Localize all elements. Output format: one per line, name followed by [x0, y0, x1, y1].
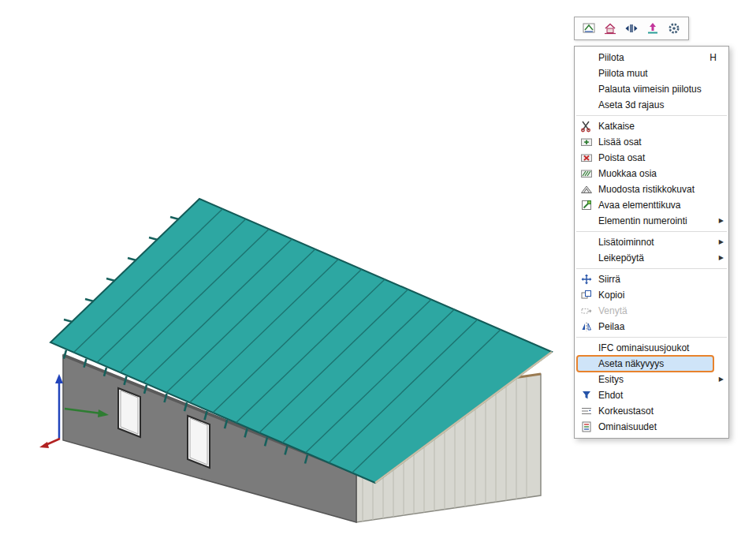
menu-item-label: Peilaa	[598, 321, 624, 332]
shortcut-key: H	[709, 50, 717, 65]
menu-item-label: IFC ominaisuusjoukot	[598, 342, 689, 353]
menu-separator	[576, 337, 727, 338]
menu-item-venyta[interactable]: Venytä	[575, 303, 728, 319]
submenu-arrow-icon	[719, 372, 724, 387]
menu-item-piilota[interactable]: Piilota H	[575, 50, 728, 65]
menu-item-aseta-nakyvyys[interactable]: Aseta näkyvyys	[575, 356, 728, 372]
context-toolbar	[574, 17, 689, 40]
window-2[interactable]	[188, 416, 210, 468]
context-menu: Piilota H Piilota muut Palauta viimeisin…	[574, 46, 729, 439]
remove-parts-icon	[580, 151, 593, 164]
menu-item-piilota-muut[interactable]: Piilota muut	[575, 65, 728, 81]
submenu-arrow-icon	[719, 234, 724, 250]
menu-item-label: Aseta näkyvyys	[598, 358, 664, 369]
properties-icon	[580, 421, 593, 433]
menu-item-label: Leikepöytä	[598, 252, 644, 264]
menu-item-label: Ehdot	[598, 390, 623, 401]
menu-item-korkeustasot[interactable]: Korkeustasot	[575, 403, 728, 419]
menu-item-label: Korkeustasot	[598, 406, 654, 417]
menu-item-siirra[interactable]: Siirrä	[575, 271, 728, 287]
menu-item-elementin-numerointi[interactable]: Elementin numerointi	[575, 213, 728, 229]
menu-item-muokkaa-osia[interactable]: Muokkaa osia	[575, 166, 728, 181]
menu-item-katkaise[interactable]: Katkaise	[575, 118, 728, 134]
truss-icon	[580, 183, 593, 196]
lift-icon	[646, 21, 660, 36]
submenu-arrow-icon	[719, 213, 724, 229]
add-parts-icon	[580, 136, 593, 148]
drawing-icon	[582, 21, 596, 36]
menu-item-label: Siirrä	[598, 274, 620, 285]
menu-item-kopioi[interactable]: Kopioi	[575, 287, 728, 303]
copy-icon	[580, 289, 593, 301]
fit-view-icon	[624, 21, 639, 36]
window-1[interactable]	[118, 388, 140, 437]
menu-separator	[576, 115, 727, 116]
stretch-icon	[580, 305, 593, 317]
menu-item-avaa-elementtikuva[interactable]: Avaa elementtikuva	[575, 197, 728, 213]
cut-icon	[580, 120, 593, 133]
gear-icon	[667, 21, 681, 36]
menu-item-aseta-3d-rajaus[interactable]: Aseta 3d rajaus	[575, 97, 728, 113]
menu-item-esitys[interactable]: Esitys	[575, 372, 728, 387]
menu-item-label: Aseta 3d rajaus	[598, 99, 664, 110]
menu-separator	[576, 268, 727, 269]
menu-item-palauta-viimeisin-piilotus[interactable]: Palauta viimeisin piilotus	[575, 81, 728, 97]
menu-separator	[576, 231, 727, 232]
menu-item-label: Palauta viimeisin piilotus	[598, 84, 702, 95]
menu-item-muodosta-ristikkokuvat[interactable]: Muodosta ristikkokuvat	[575, 181, 728, 197]
move-icon	[580, 273, 593, 286]
menu-item-poista-osat[interactable]: Poista osat	[575, 150, 728, 166]
levels-icon	[580, 405, 593, 417]
menu-item-label: Lisätoiminnot	[598, 237, 654, 248]
menu-item-ominaisuudet[interactable]: Ominaisuudet	[575, 419, 728, 435]
submenu-arrow-icon	[719, 250, 724, 266]
menu-item-label: Piilota	[598, 52, 624, 63]
mirror-icon	[580, 320, 593, 333]
open-drawing-icon	[580, 199, 593, 211]
menu-item-label: Poista osat	[598, 152, 645, 163]
menu-item-label: Piilota muut	[598, 68, 648, 79]
menu-item-lisaa-osat[interactable]: Lisää osat	[575, 134, 728, 150]
menu-item-label: Lisää osat	[598, 136, 642, 148]
menu-item-peilaa[interactable]: Peilaa	[575, 319, 728, 335]
menu-item-label: Katkaise	[598, 121, 635, 132]
fit-view-button[interactable]	[622, 19, 641, 38]
menu-item-label: Avaa elementtikuva	[598, 200, 681, 211]
conditions-icon	[580, 389, 593, 402]
modify-parts-icon	[580, 167, 593, 180]
menu-item-ifc-ominaisuusjoukot[interactable]: IFC ominaisuusjoukot	[575, 340, 728, 356]
lift-button[interactable]	[643, 19, 662, 38]
x-axis-arrow-icon	[39, 442, 49, 448]
drawing-button[interactable]	[579, 19, 598, 38]
menu-item-label: Muodosta ristikkokuvat	[598, 184, 695, 195]
menu-item-label: Kopioi	[598, 290, 624, 301]
menu-item-label: Muokkaa osia	[598, 168, 657, 179]
menu-item-ehdot[interactable]: Ehdot	[575, 387, 728, 403]
menu-item-label: Venytä	[598, 305, 628, 316]
settings-button[interactable]	[665, 19, 683, 38]
cast-unit-icon	[603, 21, 617, 36]
menu-item-lisatoiminnot[interactable]: Lisätoiminnot	[575, 234, 728, 250]
menu-item-label: Ominaisuudet	[598, 421, 657, 432]
cast-unit-button[interactable]	[601, 19, 620, 38]
menu-item-label: Esitys	[598, 374, 624, 385]
z-axis-arrow-icon	[55, 374, 63, 383]
menu-item-leikepoyta[interactable]: Leikepöytä	[575, 250, 728, 266]
menu-item-label: Elementin numerointi	[598, 215, 687, 226]
